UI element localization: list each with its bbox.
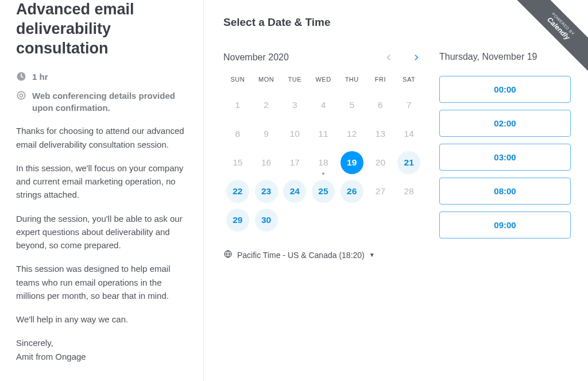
calendar-day: 3 — [283, 94, 306, 117]
calendar-day[interactable]: 30 — [255, 209, 278, 232]
time-slot-button[interactable]: 00:00 — [439, 76, 571, 103]
calendar-day: 8 — [226, 122, 249, 145]
day-of-week-header: FRI — [366, 76, 395, 91]
calendar-day[interactable]: 24 — [283, 180, 306, 203]
day-of-week-header: SUN — [223, 76, 252, 91]
calendar-day: 20 — [369, 151, 392, 174]
prev-month-button[interactable] — [382, 51, 396, 64]
selected-date-label: Thursday, November 19 — [439, 52, 571, 62]
calendar-day: 28 — [397, 180, 420, 203]
calendar-day: 4 — [312, 94, 335, 117]
day-of-week-header: THU — [338, 76, 366, 91]
svg-point-2 — [20, 94, 22, 97]
next-month-button[interactable] — [409, 51, 423, 64]
calendar-day: 9 — [255, 122, 278, 145]
calendar-day: 1 — [226, 94, 249, 117]
duration-text: 1 hr — [32, 71, 48, 83]
time-slot-button[interactable]: 02:00 — [439, 110, 571, 137]
calendar-day: 6 — [369, 94, 392, 117]
day-of-week-header: MON — [252, 76, 281, 91]
calendar-day[interactable]: 26 — [341, 180, 363, 203]
scheduler-panel: Select a Date & Time November 2020 SUNMO… — [204, 0, 588, 381]
description-paragraph: We'll help in any way we can. — [16, 313, 187, 326]
day-of-week-header: TUE — [280, 76, 309, 91]
calendar-day[interactable]: 19 — [341, 151, 363, 174]
description-paragraph: In this session, we'll focus on your com… — [16, 161, 187, 202]
description-paragraph: Thanks for choosing to attend our advanc… — [16, 124, 187, 151]
conference-text: Web conferencing details provided upon c… — [32, 90, 187, 114]
calendar-day: 10 — [283, 122, 306, 145]
calendar-day[interactable]: 29 — [226, 209, 249, 232]
calendar-day: 12 — [341, 122, 363, 145]
scheduler-heading: Select a Date & Time — [223, 16, 571, 29]
description-paragraph: This session was designed to help email … — [16, 262, 187, 302]
calendar-day[interactable]: 21 — [397, 151, 420, 174]
calendar-day: 17 — [283, 151, 306, 174]
calendar-day: 2 — [255, 94, 278, 117]
calendar-day: 7 — [397, 94, 420, 117]
globe-icon — [223, 249, 233, 260]
time-slot-button[interactable]: 03:00 — [439, 144, 571, 171]
calendar-day: 14 — [397, 122, 420, 145]
today-indicator — [322, 172, 324, 175]
day-of-week-header: WED — [309, 76, 338, 91]
calendar-day: 5 — [341, 94, 363, 117]
calendar-month-label: November 2020 — [223, 52, 289, 63]
description-paragraph: During the session, you'll be able to as… — [16, 212, 187, 252]
calendar-day[interactable]: 22 — [226, 180, 249, 203]
event-details-panel: Advanced email deliverability consultati… — [0, 0, 204, 381]
duration-row: 1 hr — [16, 71, 187, 83]
day-of-week-header: SAT — [394, 76, 423, 91]
calendar-grid: SUNMONTUEWEDTHUFRISAT1234567891011121314… — [223, 76, 423, 234]
time-slot-button[interactable]: 08:00 — [439, 178, 571, 205]
timezone-selector[interactable]: Pacific Time - US & Canada (18:20) ▼ — [223, 249, 423, 260]
caret-down-icon: ▼ — [369, 252, 375, 258]
conference-row: Web conferencing details provided upon c… — [16, 90, 187, 114]
clock-icon — [16, 71, 26, 82]
calendar-day[interactable]: 25 — [312, 180, 335, 203]
calendar-day: 27 — [369, 180, 392, 203]
calendar-day: 11 — [312, 122, 335, 145]
video-icon — [16, 90, 26, 101]
time-slot-button[interactable]: 09:00 — [439, 211, 571, 238]
event-description: Thanks for choosing to attend our advanc… — [16, 124, 187, 363]
description-paragraph: Sincerely,Amit from Ongage — [16, 336, 187, 363]
event-title: Advanced email deliverability consultati… — [16, 0, 187, 58]
calendar-day: 16 — [255, 151, 278, 174]
timezone-label: Pacific Time - US & Canada (18:20) — [237, 251, 365, 260]
time-slots-panel: Thursday, November 19 00:0002:0003:0008:… — [439, 51, 571, 260]
calendar-day: 15 — [226, 151, 249, 174]
calendar-day: 18 — [312, 151, 335, 174]
chevron-right-icon — [412, 53, 420, 61]
calendar-day: 13 — [369, 122, 392, 145]
calendar: November 2020 SUNMONTUEWEDTHUFRISAT12345… — [223, 51, 423, 260]
calendar-day[interactable]: 23 — [255, 180, 278, 203]
chevron-left-icon — [385, 53, 393, 61]
